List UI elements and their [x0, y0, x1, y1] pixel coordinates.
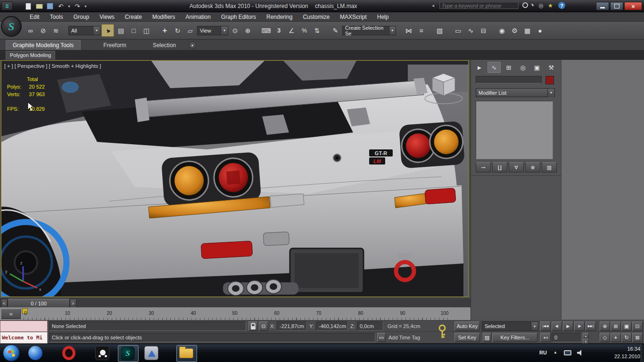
open-file-button[interactable]	[34, 2, 44, 10]
use-center-button[interactable]: ⊙	[229, 25, 241, 36]
graphite-ribbon-toggle-button[interactable]: ▭	[452, 25, 464, 36]
set-keys-key-button[interactable]	[433, 323, 452, 340]
orbit-button[interactable]: ↻	[621, 333, 632, 342]
mirror-button[interactable]: ⋈	[403, 25, 414, 36]
configure-modifier-sets-button[interactable]: ▥	[542, 162, 557, 173]
modify-tab[interactable]: ∿	[487, 62, 501, 73]
remove-modifier-button[interactable]: ⊗	[525, 162, 540, 173]
3dsmax-logo[interactable]: S	[1, 16, 22, 37]
utilities-tab[interactable]: ⚒	[545, 62, 557, 73]
language-indicator[interactable]: RU	[539, 350, 547, 355]
bind-to-space-warp-button[interactable]: ≋	[50, 25, 62, 36]
add-time-tag-label[interactable]: Add Time Tag	[388, 335, 420, 340]
time-slider-handle[interactable]: 0 / 100	[8, 299, 70, 308]
application-button[interactable]: S	[1, 1, 13, 10]
add-time-tag-icon[interactable]: ▭	[377, 333, 386, 342]
go-to-start-button[interactable]: |◀◀	[540, 321, 551, 331]
maximize-viewport-button[interactable]: ⊠	[632, 333, 643, 342]
display-tab[interactable]: ▣	[531, 62, 543, 73]
start-button[interactable]	[3, 345, 20, 362]
x-coordinate-field[interactable]: -221,87cm	[277, 321, 307, 331]
browser-icon[interactable]	[28, 346, 42, 360]
zoom-region-button[interactable]: ⊡	[632, 321, 643, 331]
menu-edit[interactable]: Edit	[25, 12, 45, 21]
polygon-modeling-panel-chip[interactable]: Polygon Modeling	[6, 51, 55, 59]
keyboard-shortcut-override-button[interactable]: ⌨	[260, 25, 272, 36]
key-mode-toggle-button[interactable]: ↤	[540, 333, 551, 342]
tab-graphite-modeling-tools[interactable]: Graphite Modeling Tools	[6, 40, 81, 50]
minimize-button[interactable]	[596, 2, 609, 10]
key-filters-icon[interactable]: ▨	[483, 333, 491, 342]
angle-snap-button[interactable]: ∠	[286, 25, 297, 36]
chevron-down-icon[interactable]: ▾	[547, 89, 554, 97]
previous-frame-nudge-button[interactable]: <	[1, 299, 8, 308]
spinner-snap-button[interactable]: ⇅	[311, 25, 323, 36]
restore-button[interactable]	[610, 2, 623, 10]
display-tray-icon[interactable]	[564, 350, 571, 355]
undo-button[interactable]: ↶	[56, 2, 66, 10]
unlink-selection-button[interactable]: ⊘	[37, 25, 49, 36]
snaps-toggle-button[interactable]: 3	[273, 25, 285, 36]
volume-tray-icon[interactable]	[577, 350, 583, 356]
make-unique-button[interactable]: ∀	[509, 162, 524, 173]
modifier-stack[interactable]	[476, 101, 553, 159]
chevron-down-icon[interactable]: ▾	[389, 26, 396, 35]
select-by-name-button[interactable]: ▤	[115, 25, 127, 36]
y-coordinate-field[interactable]: -460,142cm	[316, 321, 348, 331]
menu-customize[interactable]: Customize	[297, 12, 335, 21]
select-and-move-button[interactable]: +	[159, 25, 171, 36]
show-desktop-button[interactable]	[641, 344, 644, 362]
render-setup-button[interactable]: ⚙	[509, 25, 520, 36]
help-icon[interactable]: ?	[558, 2, 565, 9]
infocenter-search-caret[interactable]: ▾	[532, 3, 534, 8]
maxscript-listener-white[interactable]: Welcome to Mi	[0, 332, 48, 344]
zoom-all-button[interactable]: ⊞	[611, 321, 621, 331]
favorites-star-icon[interactable]: ★	[548, 2, 553, 9]
go-to-end-button[interactable]: ▶▶|	[586, 321, 596, 331]
tab-freeform[interactable]: Freeform	[97, 41, 133, 50]
key-filters-button[interactable]: Key Filters...	[492, 333, 537, 342]
play-button[interactable]: ▶	[563, 321, 573, 331]
select-and-scale-button[interactable]: ▱	[184, 25, 196, 36]
pin-stack-button[interactable]: ⊸	[476, 162, 491, 173]
menu-help[interactable]: Help	[372, 12, 394, 21]
undo-dropdown[interactable]: ▾	[67, 2, 71, 10]
edit-named-selection-sets-button[interactable]: ✎	[330, 25, 341, 36]
selection-filter-dropdown[interactable]: All ▾	[68, 26, 100, 35]
menu-group[interactable]: Group	[68, 12, 94, 21]
maxscript-listener-pink[interactable]	[0, 321, 48, 332]
zoom-extents-button[interactable]: ▣	[621, 321, 632, 331]
hierarchy-tab[interactable]: ⊞	[503, 62, 515, 73]
tab-selection[interactable]: Selection	[146, 41, 182, 50]
menu-tools[interactable]: Tools	[45, 12, 68, 21]
viewport-perspective[interactable]: GT-R LM z x y	[1, 60, 469, 297]
communication-center-icon[interactable]: ◎	[538, 2, 543, 9]
spinner-up-button[interactable]: ▴	[583, 333, 589, 338]
absolute-offset-toggle-button[interactable]: ⊡	[259, 321, 268, 331]
open-mini-curve-editor-button[interactable]: ≈	[1, 309, 21, 319]
curve-editor-button[interactable]: ∿	[465, 25, 477, 36]
chevron-down-icon[interactable]: ▾	[221, 26, 228, 35]
window-crossing-button[interactable]: ◫	[140, 25, 152, 36]
next-frame-button[interactable]: |▶	[574, 321, 585, 331]
menu-maxscript[interactable]: MAXScript	[335, 12, 372, 21]
material-editor-button[interactable]: ◉	[496, 25, 508, 36]
schematic-view-button[interactable]: ⊟	[478, 25, 489, 36]
key-selection-dropdown[interactable]: Selected ▾	[482, 321, 538, 331]
chevron-down-icon[interactable]: ▾	[531, 322, 538, 330]
percent-snap-button[interactable]: %	[298, 25, 310, 36]
auto-key-button[interactable]: Auto Key	[454, 321, 480, 331]
tray-expand-icon[interactable]: ▲	[553, 350, 557, 354]
pan-button[interactable]: +	[611, 333, 621, 342]
select-object-button[interactable]: ▲	[101, 24, 114, 37]
clock-date[interactable]: 22.12.2010	[604, 354, 640, 359]
menu-rendering[interactable]: Rendering	[261, 12, 297, 21]
infocenter-search-input[interactable]	[439, 2, 519, 9]
3dsmax-taskbar-icon[interactable]: S	[121, 346, 135, 361]
chevron-down-icon[interactable]: ▾	[93, 26, 100, 35]
close-button[interactable]: ×	[624, 2, 642, 10]
reference-coordinate-dropdown[interactable]: View ▾	[197, 26, 228, 35]
infocenter-collapse-icon[interactable]: ◂	[432, 3, 434, 8]
render-production-button[interactable]: ●	[534, 25, 546, 36]
time-slider-track[interactable]: < 0 / 100 >	[0, 297, 471, 307]
